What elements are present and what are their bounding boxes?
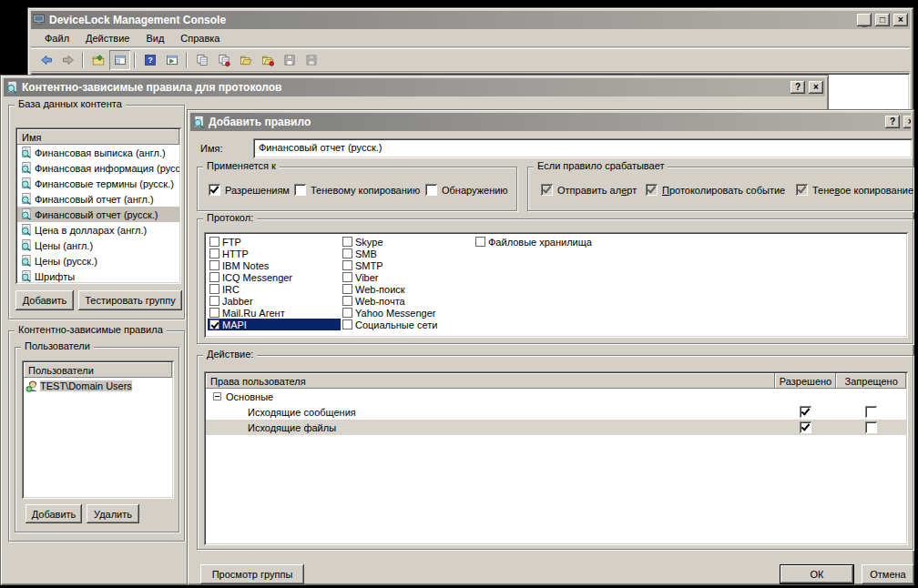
close-button[interactable]: × — [893, 14, 908, 26]
export-list-icon[interactable] — [191, 50, 212, 70]
help-button[interactable]: ? — [790, 81, 805, 94]
cancel-button[interactable]: Отмена — [862, 564, 914, 584]
menu-action[interactable]: Действие — [77, 31, 138, 46]
list-item[interactable]: Шрифты — [17, 269, 179, 282]
protocol-item-smtp[interactable]: SMTP — [341, 259, 474, 271]
view-group-button[interactable]: Просмотр группы — [200, 564, 304, 584]
action-row-outgoing-files[interactable]: Исходящие файлы — [206, 420, 906, 435]
protocol-item-mailru[interactable]: Mail.Ru Агент — [208, 307, 341, 319]
checkbox[interactable] — [342, 237, 352, 247]
denied-checkbox[interactable] — [865, 406, 877, 418]
checkbox-shadow-copy[interactable]: Теневое копирование — [796, 184, 913, 196]
user-list-item[interactable]: TEST\Domain Users — [24, 378, 172, 394]
checkbox-detection[interactable]: Обнаружению — [425, 184, 508, 196]
checkbox[interactable] — [209, 319, 219, 329]
protocol-item-web-search[interactable]: Web-поиск — [341, 283, 474, 295]
main-title-bar[interactable]: DeviceLock Management Console _ □ × — [31, 11, 910, 29]
protocol-item-smb[interactable]: SMB — [341, 248, 474, 259]
forward-icon[interactable] — [57, 50, 78, 70]
open-folder-custom-icon[interactable] — [257, 50, 278, 70]
protocol-item-icq[interactable]: ICQ Messenger — [208, 271, 341, 283]
users-list[interactable]: Пользователи TEST\Domain Users — [22, 360, 174, 499]
column-header-name[interactable]: Имя — [17, 129, 179, 145]
checkbox[interactable] — [209, 272, 219, 282]
checkbox[interactable] — [342, 260, 352, 270]
list-item[interactable]: Финансовая информация (русск.) — [17, 160, 179, 176]
list-item[interactable]: Финансовый отчет (русск.) — [17, 207, 179, 222]
checkbox-shadowing[interactable]: Теневому копированию — [294, 184, 420, 196]
maximize-button[interactable]: □ — [875, 14, 890, 26]
protocol-item-jabber[interactable]: Jabber — [208, 295, 341, 307]
checkbox[interactable] — [209, 260, 219, 270]
export-list-custom-icon[interactable] — [213, 50, 234, 70]
content-db-list[interactable]: Имя Финансовая выписка (англ.) Финансова… — [15, 127, 181, 284]
column-header-users[interactable]: Пользователи — [24, 362, 172, 378]
menu-file[interactable]: Файл — [36, 31, 77, 46]
protocol-item-ibm-notes[interactable]: IBM Notes — [208, 259, 341, 271]
list-item[interactable]: Финансовая выписка (англ.) — [17, 145, 179, 160]
name-input[interactable]: Финансовый отчет (русск.) — [253, 138, 913, 158]
protocol-item-irc[interactable]: IRC — [208, 283, 341, 295]
list-item[interactable]: Цена в долларах (англ.) — [17, 222, 179, 238]
checkbox[interactable] — [294, 184, 306, 196]
list-item[interactable]: Цены (англ.) — [17, 238, 179, 253]
checkbox[interactable] — [209, 284, 219, 294]
save-alt-icon[interactable] — [301, 50, 321, 70]
action-row-outgoing-messages[interactable]: Исходящие сообщения — [206, 404, 906, 420]
help-icon[interactable]: ? — [139, 50, 160, 70]
checkbox[interactable] — [342, 308, 352, 318]
protocol-item-yahoo[interactable]: Yahoo Messenger — [341, 307, 474, 319]
users-delete-button[interactable]: Удалить — [87, 504, 139, 523]
close-button[interactable]: × — [903, 116, 911, 128]
protocol-item-viber[interactable]: Viber — [341, 271, 474, 283]
users-add-button[interactable]: Добавить — [26, 504, 82, 523]
ok-button[interactable]: ОК — [780, 564, 854, 584]
content-db-add-button[interactable]: Добавить — [15, 290, 74, 310]
list-item[interactable]: Цены (русск.) — [17, 253, 179, 269]
checkbox[interactable] — [209, 184, 220, 196]
protocol-item-file-storages[interactable]: Файловые хранилища — [474, 236, 674, 248]
show-console-window-icon[interactable] — [109, 50, 130, 70]
open-folder-icon[interactable] — [235, 50, 256, 70]
protocol-item-web-mail[interactable]: Web-почта — [341, 295, 474, 307]
checkbox[interactable] — [342, 296, 352, 306]
rules-title-bar[interactable]: Контентно-зависимые правила для протокол… — [4, 78, 825, 96]
test-group-button[interactable]: Тестировать группу — [78, 290, 182, 310]
checkbox[interactable] — [342, 284, 352, 294]
checkbox[interactable] — [209, 248, 219, 259]
checkbox[interactable] — [342, 272, 352, 282]
protocol-item-social[interactable]: Социальные сети — [341, 319, 474, 330]
checkbox[interactable] — [475, 237, 485, 247]
protocol-item-http[interactable]: HTTP — [208, 248, 341, 259]
column-header-rights[interactable]: Права пользователя — [206, 373, 775, 389]
menu-help[interactable]: Справка — [172, 31, 228, 46]
protocol-item-ftp[interactable]: FTP — [208, 236, 341, 248]
allowed-checkbox[interactable] — [800, 421, 811, 433]
allowed-checkbox[interactable] — [800, 406, 811, 418]
checkbox-send-alert[interactable]: Отправить алерт — [541, 184, 637, 196]
protocol-item-skype[interactable]: Skype — [341, 236, 474, 248]
menu-view[interactable]: Вид — [138, 31, 172, 46]
denied-checkbox[interactable] — [865, 421, 877, 433]
minimize-button[interactable]: _ — [857, 14, 872, 26]
checkbox-log-event[interactable]: Протоколировать событие — [646, 184, 785, 196]
action-row-group[interactable]: Основные — [206, 389, 906, 404]
checkbox[interactable] — [209, 308, 219, 318]
list-item[interactable]: Финансовый отчет (англ.) — [17, 191, 179, 207]
up-level-icon[interactable] — [87, 50, 108, 70]
action-table[interactable]: Права пользователя Разрешено Запрещено О… — [204, 371, 908, 545]
checkbox-permissions[interactable]: Разрешениям — [209, 184, 290, 196]
collapse-icon[interactable] — [213, 392, 221, 400]
list-item[interactable]: Финансовые термины (русск.) — [17, 176, 179, 191]
checkbox[interactable] — [209, 237, 219, 247]
protocol-list[interactable]: FTP HTTP IBM Notes ICQ Messenger IRC Jab… — [204, 232, 908, 338]
column-header-denied[interactable]: Запрещено — [836, 373, 906, 389]
save-icon[interactable] — [279, 50, 300, 70]
protocol-item-mapi[interactable]: MAPI — [208, 319, 341, 330]
dialog-title-bar[interactable]: Добавить правило ? × — [190, 113, 911, 131]
checkbox[interactable] — [342, 248, 352, 259]
console-tree-icon[interactable] — [161, 50, 182, 70]
checkbox[interactable] — [425, 184, 437, 196]
checkbox[interactable] — [209, 296, 219, 306]
back-icon[interactable] — [36, 50, 56, 70]
